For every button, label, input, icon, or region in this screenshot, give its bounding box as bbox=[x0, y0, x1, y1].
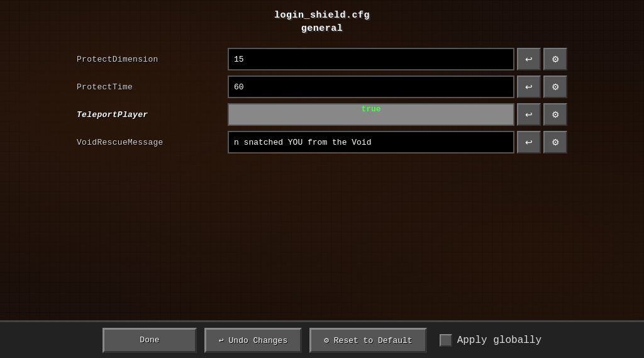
wrench-small-void-rescue-message[interactable]: ⚙ bbox=[543, 131, 567, 154]
title-line1: login_shield.cfg bbox=[274, 9, 370, 22]
title-area: login_shield.cfg general bbox=[274, 9, 370, 35]
bottom-bar: Done ↩ Undo Changes ⚙ Reset to Default A… bbox=[0, 320, 644, 358]
apply-globally-checkbox[interactable] bbox=[440, 334, 452, 347]
undo-button[interactable]: ↩ Undo Changes bbox=[204, 328, 302, 353]
done-button[interactable]: Done bbox=[103, 328, 197, 353]
config-content: ProtectDimension↩⚙ProtectTime↩⚙TeleportP… bbox=[39, 35, 605, 320]
wrench-small-protect-dimension[interactable]: ⚙ bbox=[543, 48, 567, 70]
label-protect-time: ProtectTime bbox=[77, 82, 228, 92]
input-void-rescue-message[interactable] bbox=[228, 131, 514, 154]
apply-globally-container: Apply globally bbox=[440, 334, 541, 347]
reset-button[interactable]: ⚙ Reset to Default bbox=[309, 328, 426, 353]
undo-small-void-rescue-message[interactable]: ↩ bbox=[517, 131, 541, 154]
apply-globally-label: Apply globally bbox=[457, 335, 541, 346]
label-protect-dimension: ProtectDimension bbox=[77, 55, 228, 64]
config-row-teleport-player: TeleportPlayertrue↩⚙ bbox=[39, 103, 605, 126]
main-window: login_shield.cfg general ProtectDimensio… bbox=[0, 0, 644, 358]
config-row-protect-time: ProtectTime↩⚙ bbox=[39, 76, 605, 98]
label-teleport-player: TeleportPlayer bbox=[77, 110, 228, 120]
undo-small-teleport-player[interactable]: ↩ bbox=[517, 103, 541, 126]
config-row-protect-dimension: ProtectDimension↩⚙ bbox=[39, 48, 605, 70]
title-line2: general bbox=[274, 22, 370, 35]
toggle-teleport-player[interactable]: true bbox=[228, 103, 514, 126]
label-void-rescue-message: VoidRescueMessage bbox=[77, 138, 228, 147]
config-row-void-rescue-message: VoidRescueMessage↩⚙ bbox=[39, 131, 605, 154]
input-protect-time[interactable] bbox=[228, 76, 514, 98]
undo-small-protect-time[interactable]: ↩ bbox=[517, 76, 541, 98]
input-protect-dimension[interactable] bbox=[228, 48, 514, 70]
undo-small-protect-dimension[interactable]: ↩ bbox=[517, 48, 541, 70]
wrench-small-protect-time[interactable]: ⚙ bbox=[543, 76, 567, 98]
wrench-small-teleport-player[interactable]: ⚙ bbox=[543, 103, 567, 126]
